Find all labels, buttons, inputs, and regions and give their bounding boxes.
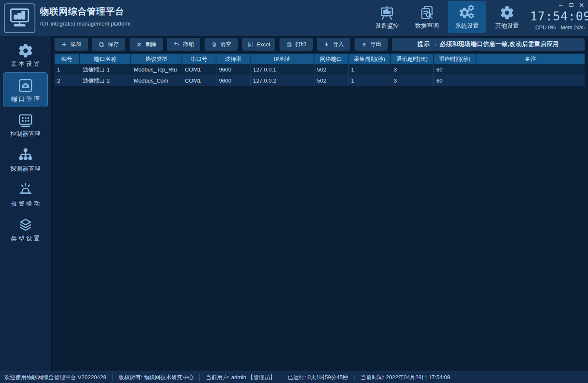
gear-icon: .f{fill:currentColor} [499,4,515,21]
minimize-button[interactable]: .f{fill:currentColor} [558,2,564,8]
table-cell[interactable] [476,75,585,86]
table-cell[interactable]: 1 [349,64,391,75]
ports-table: 编号端口名称协议类型串口号波特率IP地址网络端口采集周期(秒)通讯超时(次)重连… [55,54,585,86]
toolbar-button-label: 保存 [108,40,119,48]
column-header: 串口号 [182,54,216,64]
sidebar-item-alarm-linkage[interactable]: .f{fill:currentColor} 报 警 联 动 [3,177,48,212]
status-bar: 欢迎使用物联网综合管理平台 V20220428版权所有: 物联网技术研究中心当前… [0,372,588,383]
toolbar-button-save[interactable]: .f{fill:currentColor} 保存 [92,38,125,51]
gear-icon: .f{fill:currentColor} [17,42,34,60]
arrow-up-icon: .f{fill:currentColor} [361,41,367,48]
maximize-button[interactable]: .f{fill:currentColor} [568,2,574,8]
column-header: 采集周期(秒) [349,54,391,64]
toolbar-button-label: 打印 [295,40,306,48]
table-cell[interactable]: 2 [55,75,80,86]
digital-clock: 17:54:09 [530,9,585,23]
toolbar-button-print[interactable]: .f{fill:currentColor} 打印 [280,38,313,51]
sidebar-item-label: 控制器管理 [11,130,40,138]
sidebar-item-controller-management[interactable]: .f{fill:currentColor} 控制器管理 [3,107,48,142]
nav-item-system-settings[interactable]: .f{fill:currentColor} 系统设置 [448,1,486,33]
toolbar-button-add[interactable]: .f{fill:currentColor} 添加 [55,38,88,51]
clock-panel: .f{fill:currentColor}.f{fill:currentColo… [530,2,585,31]
table-cell[interactable]: COM1 [182,75,216,86]
gears-icon: .f{fill:currentColor} [459,4,475,21]
column-header: 协议类型 [131,54,182,64]
table-cell[interactable]: 通信端口-1 [80,64,131,75]
table-cell[interactable]: 502 [314,64,349,75]
table-cell[interactable]: 1 [349,75,391,86]
sidebar-item-port-management[interactable]: .f{fill:currentColor} 端 口 管 理 [3,72,48,107]
sidebar-item-basic-settings[interactable]: .f{fill:currentColor} 基 本 设 置 [3,37,48,72]
table-cell[interactable]: 3 [391,64,434,75]
nav-item-label: 系统设置 [455,22,479,30]
table-cell[interactable]: 60 [434,75,476,86]
table-cell[interactable]: 127.0.0.2 [251,75,314,86]
status-current-user: 当前用户: admin 【管理员】 [200,374,282,381]
title-block: 物联网综合管理平台 IOT integrated management plat… [40,6,131,27]
column-header: 波特率 [216,54,251,64]
keypad-icon: .f{fill:currentColor} [17,111,34,129]
sidebar-item-type-settings[interactable]: .f{fill:currentColor} 类 型 设 置 [3,212,48,247]
ethernet-port-icon: .f{fill:currentColor} [17,77,34,94]
window-controls: .f{fill:currentColor}.f{fill:currentColo… [530,2,585,8]
page-title: 物联网综合管理平台 [40,6,131,17]
table-cell[interactable]: Modbus_Tcp_Rtu [131,64,182,75]
toolbar-button-label: 导入 [333,40,344,48]
status-current-time: 当前时间: 2022年04月28日 17:54:09 [355,374,456,381]
column-header: 网络端口 [314,54,349,64]
undo-icon: .f{fill:currentColor} [173,41,180,48]
toolbar-button-export[interactable]: .f{fill:currentColor} 导出 [355,38,388,51]
toolbar-button-label: 清空 [220,40,231,48]
layers-icon: .f{fill:currentColor} [17,216,34,234]
toolbar-button-import[interactable]: .f{fill:currentColor} 导入 [317,38,350,51]
toolbar-button-delete[interactable]: .f{fill:currentColor} 删除 [130,38,163,51]
table-cell[interactable]: 9600 [216,64,251,75]
table-cell[interactable]: 9600 [216,75,251,86]
sidebar-item-label: 基 本 设 置 [11,60,40,68]
cpu-usage: CPU 0% [535,25,556,31]
toolbar-button-undo[interactable]: .f{fill:currentColor} 撤销 [167,38,200,51]
plus-icon: .f{fill:currentColor} [61,41,67,48]
sidebar-item-detector-management[interactable]: .f{fill:currentColor} 探测器管理 [3,142,48,177]
toolbar-button-label: 导出 [370,40,381,48]
page-subtitle: IOT integrated management platform [40,20,131,27]
nav-item-label: 数据查询 [415,22,439,30]
nav-item-data-query[interactable]: .f{fill:currentColor} 数据查询 [408,1,446,33]
column-header: 端口名称 [80,54,131,64]
table-cell[interactable]: 3 [391,75,434,86]
toolbar-button-label: 添加 [70,40,81,48]
sidebar-item-label: 探测器管理 [11,165,40,173]
network-tree-icon: .f{fill:currentColor} [17,146,34,164]
table-row[interactable]: 1通信端口-1Modbus_Tcp_RtuCOM19600127.0.0.150… [55,64,585,75]
table-header-row: 编号端口名称协议类型串口号波特率IP地址网络端口采集周期(秒)通讯超时(次)重连… [55,54,585,64]
top-nav: .f{fill:currentColor} 设备监控 .f{fill:curre… [368,1,526,33]
hint-bar: 提示 → 必须和现场端口信息一致,改动后需重启应用 [392,38,585,51]
table-cell[interactable]: 502 [314,75,349,86]
table-cell[interactable]: COM1 [182,64,216,75]
table-cell[interactable]: 通信端口-2 [80,75,131,86]
table-cell[interactable] [476,64,585,75]
sidebar: .f{fill:currentColor} 基 本 设 置 .f{fill:cu… [0,36,52,372]
toolbar-button-clear[interactable]: .f{fill:currentColor} 清空 [205,38,238,51]
easel-chart-icon: .f{fill:currentColor} [379,4,395,21]
app-window: .f{fill:currentColor} 物联网综合管理平台 IOT inte… [0,0,588,383]
table-cell[interactable]: 1 [55,64,80,75]
nav-item-device-monitor[interactable]: .f{fill:currentColor} 设备监控 [368,1,406,33]
header-bar: .f{fill:currentColor} 物联网综合管理平台 IOT inte… [0,0,588,36]
column-header: IP地址 [251,54,314,64]
toolbar-button-label: 删除 [145,40,156,48]
close-button[interactable]: .f{fill:currentColor} [579,2,585,8]
table-cell[interactable]: Modbus_Com [131,75,182,86]
nav-item-other-settings[interactable]: .f{fill:currentColor} 其他设置 [488,1,526,33]
table-row[interactable]: 2通信端口-2Modbus_ComCOM19600127.0.0.2502136… [55,75,585,86]
sidebar-item-label: 类 型 设 置 [11,235,40,243]
nav-item-label: 设备监控 [375,22,399,30]
arrow-down-icon: .f{fill:currentColor} [323,41,330,48]
table-cell[interactable]: 127.0.0.1 [251,64,314,75]
sidebar-item-label: 报 警 联 动 [11,200,40,208]
table-cell[interactable]: 60 [434,64,476,75]
status-welcome: 欢迎使用物联网综合管理平台 V20220428 [0,374,112,381]
toolbar-button-excel[interactable]: .f{fill:currentColor} Excel [242,38,275,51]
excel-doc-icon: .f{fill:currentColor} [247,41,254,48]
app-logo: .f{fill:currentColor} [4,3,35,33]
